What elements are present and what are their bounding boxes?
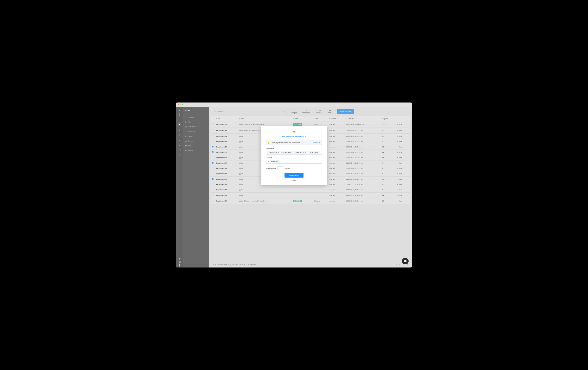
updates-label-pre: Updates every <box>266 167 276 169</box>
remove-tag-icon[interactable]: × <box>278 152 279 153</box>
experiment-tag[interactable]: Experiment 81× <box>294 151 307 154</box>
remove-tag-icon[interactable]: × <box>305 152 306 153</box>
app-window: › acme ▣ ⛁ ◫ ☁ ☁ 👥 ⚙ cnvrg.io mnist ✎Res… <box>176 102 412 268</box>
start-session-button[interactable]: Start session <box>284 173 304 178</box>
experiments-multiselect[interactable]: Experiment 76×Experiment 79×Experiment 8… <box>266 150 322 155</box>
remove-tag-icon[interactable]: × <box>319 152 320 153</box>
remove-tag-icon[interactable]: × <box>278 161 279 162</box>
experiment-tag[interactable]: Experiment 79× <box>281 151 293 154</box>
compute-field-label: Compute <box>266 157 322 158</box>
chat-fab[interactable] <box>402 258 409 264</box>
modal-info-text: Compare your experiments with Tensorboar… <box>271 142 312 144</box>
updates-label-post: Minutes <box>284 167 290 169</box>
chevron-down-icon: ⌄ <box>320 160 321 162</box>
remove-tag-icon[interactable]: × <box>292 152 292 153</box>
lightbulb-icon: 💡 <box>268 142 269 144</box>
search-icon: 🔍 <box>267 160 269 162</box>
modal-overlay[interactable]: NEW TENSORBOARD SESSION 💡 Compare your e… <box>176 102 412 268</box>
modal-info-box: 💡 Compare your experiments with Tensorbo… <box>266 140 322 145</box>
modal-title: NEW TENSORBOARD SESSION <box>266 136 322 137</box>
chevron-down-icon: ⌄ <box>320 152 321 153</box>
cancel-button[interactable]: Cancel <box>291 179 297 182</box>
tensorboard-modal: NEW TENSORBOARD SESSION 💡 Compare your e… <box>261 126 327 185</box>
experiment-tag[interactable]: Experiment 76× <box>267 151 280 154</box>
tensorflow-icon <box>266 130 322 135</box>
read-more-link[interactable]: Read more <box>313 142 320 143</box>
experiment-tag[interactable]: Experiment 82× <box>308 151 320 154</box>
compute-select[interactable]: 🔍 1 medium× ⌄ <box>266 159 322 164</box>
experiments-field-label: Experiments <box>266 148 322 149</box>
updates-interval-input[interactable] <box>277 166 283 170</box>
compute-tag[interactable]: 1 medium× <box>270 160 280 162</box>
